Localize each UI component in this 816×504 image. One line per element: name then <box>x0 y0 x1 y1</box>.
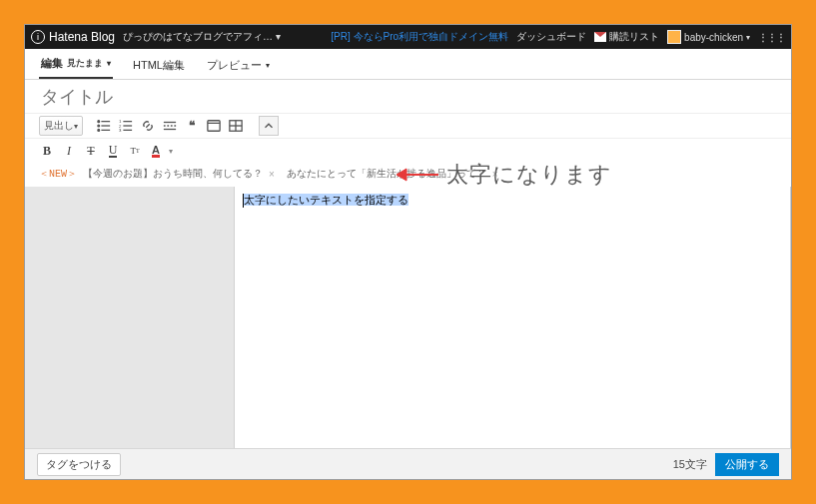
chevron-down-icon: ▾ <box>266 61 270 70</box>
font-size-button[interactable]: TT <box>127 143 143 159</box>
char-count: 15文字 <box>673 457 707 472</box>
svg-point-0 <box>98 121 100 123</box>
read-more-icon[interactable] <box>161 117 179 135</box>
chevron-down-icon: ▾ <box>74 122 78 131</box>
document-body[interactable]: 太字にしたいテキストを指定する <box>234 187 791 448</box>
hatena-icon: i <box>31 30 45 44</box>
strike-button[interactable]: T <box>83 143 99 159</box>
chevron-down-icon[interactable]: ▾ <box>169 147 173 156</box>
heading-select[interactable]: 見出し ▾ <box>39 116 83 136</box>
pr-link[interactable]: [PR] 今ならPro利用で独自ドメイン無料 <box>331 30 508 44</box>
add-tag-button[interactable]: タグをつける <box>37 453 121 476</box>
suggestion-1[interactable]: 【今週のお題】おうち時間、何してる？ <box>83 167 263 181</box>
heading-select-label: 見出し <box>44 119 74 133</box>
tab-edit-label: 編集 <box>41 56 63 71</box>
expand-icon[interactable] <box>259 116 279 136</box>
chevron-down-icon: ▾ <box>107 59 111 68</box>
bottom-bar: タグをつける 15文字 公開する <box>25 448 791 479</box>
toolbar-block: 見出し ▾ 123 ❝ <box>25 113 791 139</box>
topbar: i Hatena Blog ぴっぴのはてなブログでアフィ… ▾ [PR] 今なら… <box>25 25 791 49</box>
tab-preview-label: プレビュー <box>207 58 262 73</box>
editor-tabs: 編集 見たまま ▾ HTML編集 プレビュー ▾ <box>25 49 791 80</box>
user-menu[interactable]: baby-chicken ▾ <box>667 30 750 44</box>
suggestion-2[interactable]: あなたにとって「新生活が捗る逸品」って？ <box>287 167 486 181</box>
selected-text: 太字にしたいテキストを指定する <box>244 194 408 206</box>
title-row <box>25 80 791 113</box>
bold-button[interactable]: B <box>39 143 55 159</box>
close-icon[interactable]: × <box>269 169 275 180</box>
chevron-down-icon: ▾ <box>746 33 750 42</box>
svg-point-1 <box>98 125 100 127</box>
editor-gutter <box>25 187 234 448</box>
unordered-list-icon[interactable] <box>95 117 113 135</box>
tab-edit-sublabel: 見たまま <box>67 57 103 70</box>
link-icon[interactable] <box>139 117 157 135</box>
new-badge: ＜NEW＞ <box>39 167 77 181</box>
avatar-icon <box>667 30 681 44</box>
blog-name-dropdown[interactable]: ぴっぴのはてなブログでアフィ… ▾ <box>123 30 281 44</box>
ordered-list-icon[interactable]: 123 <box>117 117 135 135</box>
svg-rect-15 <box>208 121 220 132</box>
editor-area: 太字にしたいテキストを指定する <box>25 187 791 448</box>
dashboard-link[interactable]: ダッシュボード <box>516 30 586 44</box>
topic-suggestions: ＜NEW＞ 【今週のお題】おうち時間、何してる？× あなたにとって「新生活が捗る… <box>25 163 791 187</box>
italic-button[interactable]: I <box>61 143 77 159</box>
table-icon[interactable] <box>227 117 245 135</box>
mail-icon <box>594 32 606 42</box>
text-color-button[interactable]: A <box>149 144 163 158</box>
svg-text:3: 3 <box>119 128 122 133</box>
brand-label: Hatena Blog <box>49 30 115 44</box>
reading-list-link[interactable]: 購読リスト <box>594 30 659 44</box>
brand[interactable]: i Hatena Blog <box>31 30 115 44</box>
svg-point-2 <box>98 130 100 132</box>
reading-list-label: 購読リスト <box>609 30 659 44</box>
editor-window: i Hatena Blog ぴっぴのはてなブログでアフィ… ▾ [PR] 今なら… <box>24 24 792 480</box>
publish-button[interactable]: 公開する <box>715 453 779 476</box>
tab-edit[interactable]: 編集 見たまま ▾ <box>39 56 113 79</box>
quote-icon[interactable]: ❝ <box>183 117 201 135</box>
close-icon[interactable]: × <box>492 169 498 180</box>
tab-preview[interactable]: プレビュー ▾ <box>205 58 272 79</box>
underline-button[interactable]: U <box>105 143 121 159</box>
tab-html[interactable]: HTML編集 <box>131 58 187 79</box>
toolbar-inline: B I T U TT A ▾ <box>25 139 791 163</box>
user-label: baby-chicken <box>684 32 743 43</box>
title-input[interactable] <box>39 86 781 109</box>
code-icon[interactable] <box>205 117 223 135</box>
apps-icon[interactable]: ⋮⋮⋮ <box>758 32 785 43</box>
